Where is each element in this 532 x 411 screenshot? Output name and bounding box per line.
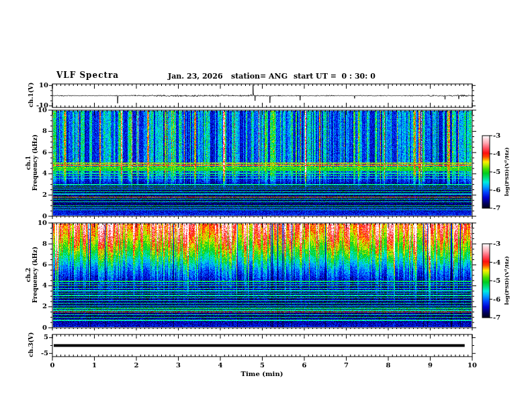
station-label: station= ANG [231, 72, 287, 81]
x-axis-tick-label: 10 [466, 361, 479, 369]
colorbar1-tick-label: -6 [493, 186, 506, 194]
spec2-ytick-label: 2 [36, 302, 47, 310]
colorbar1-tick-label: -7 [493, 204, 506, 212]
x-axis-tick-label: 9 [424, 361, 437, 369]
x-axis-tick-label: 8 [382, 361, 395, 369]
x-axis-tick-label: 3 [172, 361, 185, 369]
spec2-ytick-label: 10 [36, 219, 47, 227]
x-axis-tick-label: 4 [214, 361, 227, 369]
spec2-ytick-label: 0 [36, 324, 47, 332]
colorbar-ch2 [482, 244, 490, 318]
spec1-ytick-label: 4 [36, 169, 47, 177]
x-axis-tick-label: 5 [256, 361, 269, 369]
x-axis-tick-label: 0 [46, 361, 59, 369]
spec2-ytick-label: 6 [36, 261, 47, 269]
ch3v-ytick-label: 5 [34, 333, 48, 341]
colorbar-ch1 [482, 136, 490, 208]
colorbar1-tick-label: -5 [493, 168, 506, 176]
ch1-waveform-trace [52, 85, 472, 103]
ch1-frequency-axis-label-line1: ch.1 [25, 112, 32, 213]
date-label: Jan. 23, 2026 [168, 72, 223, 81]
ch3-voltage-axis-label: ch.3(V) [28, 324, 34, 365]
colorbar1-tick-label: -4 [493, 150, 506, 158]
spec2-ytick-label: 8 [36, 240, 47, 248]
x-axis-tick-label: 1 [88, 361, 101, 369]
start-ut-label: start UT = 0 : 30: 0 [294, 72, 375, 81]
colorbar2-tick-label: -4 [493, 259, 506, 267]
colorbar2-tick-label: -5 [493, 277, 506, 285]
spec1-ytick-label: 6 [36, 148, 47, 156]
ch1v-ytick-label: 10 [34, 81, 48, 89]
colorbar2-tick-label: -3 [493, 240, 506, 248]
spec1-ytick-label: 2 [36, 191, 47, 199]
ch3v-ytick-label: -5 [34, 349, 48, 357]
ch2-frequency-axis-label-line1: ch.2 [25, 224, 32, 325]
ch1v-ytick-label: -10 [34, 101, 48, 109]
ch1-spectrogram-canvas [53, 111, 472, 216]
page-title: VLF Spectra [56, 71, 119, 80]
time-axis-label: Time (min) [228, 370, 296, 378]
x-axis-tick-label: 2 [130, 361, 143, 369]
vlf-spectra-plot: VLF Spectra Jan. 23, 2026 station= ANG s… [0, 0, 532, 411]
spec2-ytick-label: 4 [36, 281, 47, 289]
x-axis-tick-label: 6 [298, 361, 311, 369]
colorbar2-tick-label: -7 [493, 314, 506, 322]
x-axis-tick-label: 7 [340, 361, 353, 369]
colorbar1-tick-label: -3 [493, 132, 506, 140]
ch2-spectrogram-canvas [53, 224, 472, 327]
spec1-ytick-label: 8 [36, 127, 47, 135]
colorbar2-tick-label: -6 [493, 295, 506, 304]
